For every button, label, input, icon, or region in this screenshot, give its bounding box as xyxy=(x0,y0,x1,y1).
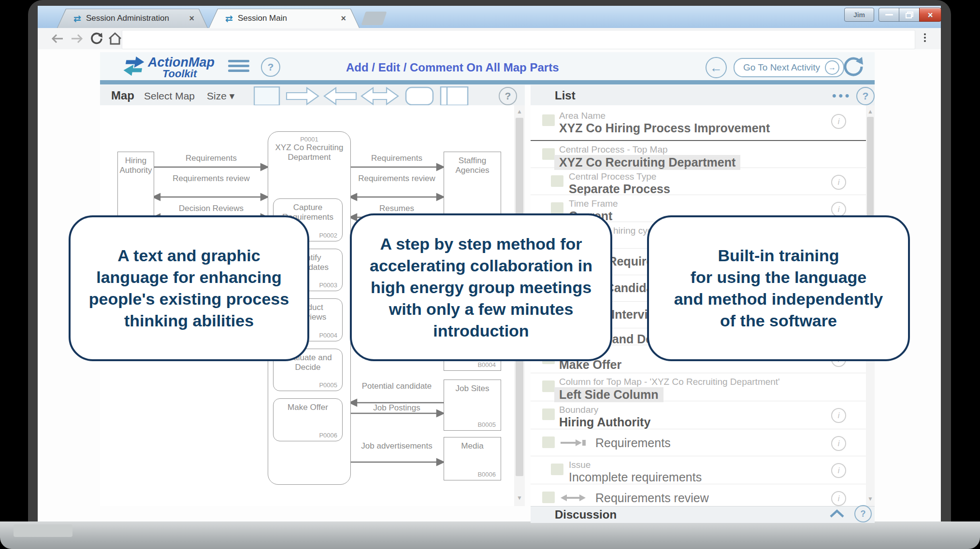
actionmap-tab-icon: ⇄ xyxy=(73,13,81,24)
box-make-offer[interactable]: Make Offer P0006 xyxy=(273,398,343,441)
back-activity-icon[interactable]: ← xyxy=(706,57,727,78)
list-item[interactable]: Central Process Type Separate Process i xyxy=(531,168,866,195)
tab-session-administration[interactable]: ⇄ Session Administration × xyxy=(57,9,208,28)
arrow-label: Job advertisements xyxy=(358,441,435,451)
row-checkbox[interactable] xyxy=(551,202,563,214)
shape-toolbar xyxy=(254,86,481,108)
arrow-double-icon xyxy=(561,494,586,502)
list-item[interactable]: Area Name XYZ Co Hiring Process Improvem… xyxy=(531,107,866,140)
actionmap-tab-icon: ⇄ xyxy=(225,13,233,24)
arrow-label: Potential candidate xyxy=(358,381,435,391)
tab-close-icon[interactable]: × xyxy=(341,14,346,24)
box-job-sites[interactable]: Job Sites B0005 xyxy=(444,380,501,431)
info-icon[interactable]: i xyxy=(831,436,846,451)
discussion-title: Discussion xyxy=(555,508,617,521)
list-item[interactable]: Issue Incomplete requirements i xyxy=(531,456,866,484)
row-checkbox[interactable] xyxy=(542,380,555,392)
app-refresh-icon[interactable] xyxy=(842,55,865,80)
scroll-down-icon[interactable]: ▼ xyxy=(866,495,875,502)
select-map-button[interactable]: Select Map xyxy=(144,90,195,102)
tab-title: Session Administration xyxy=(86,14,185,23)
callout-method: A step by step method for accelerating c… xyxy=(350,213,612,361)
list-help-icon[interactable]: ? xyxy=(856,87,875,105)
new-tab-button[interactable] xyxy=(361,12,387,25)
forward-icon[interactable] xyxy=(69,30,86,47)
chevron-up-icon[interactable] xyxy=(829,509,845,520)
info-icon[interactable]: i xyxy=(831,114,846,129)
scroll-up-icon[interactable]: ▲ xyxy=(514,108,525,115)
info-icon[interactable]: i xyxy=(831,491,846,506)
shape-arrow-left-icon[interactable] xyxy=(324,88,356,104)
callout-language: A text and graphic language for enhancin… xyxy=(69,215,309,361)
page-title: Add / Edit / Comment On All Map Parts xyxy=(346,61,559,74)
box-media[interactable]: Media B0006 xyxy=(444,437,501,480)
arrow-right-bar-icon xyxy=(561,439,586,447)
row-checkbox[interactable] xyxy=(542,492,555,503)
home-icon[interactable] xyxy=(106,30,124,47)
arrow-label: Requirements review xyxy=(173,174,250,183)
tab-title: Session Main xyxy=(238,14,336,23)
list-item[interactable]: Central Process - Top Map XYZ Co Recruit… xyxy=(531,140,866,169)
list-menu-ellipsis-icon[interactable]: ••• xyxy=(832,89,851,102)
callout-training: Built-in training for using the language… xyxy=(647,215,910,361)
actionmap-logo-icon xyxy=(122,56,146,78)
minimize-button[interactable] xyxy=(879,8,900,22)
row-checkbox[interactable] xyxy=(542,114,555,126)
shape-arrow-right-icon[interactable] xyxy=(287,88,318,104)
next-arrow-icon: → xyxy=(825,60,839,75)
arrow-label: Requirements xyxy=(173,154,250,163)
user-button[interactable]: Jim xyxy=(844,8,874,22)
scroll-down-icon[interactable]: ▼ xyxy=(514,494,525,501)
list-panel-title: List xyxy=(555,89,576,102)
close-button[interactable]: ✕ xyxy=(919,8,941,22)
go-to-next-activity-button[interactable]: Go To Next Activity → xyxy=(734,58,844,77)
arrow-label: Resumes xyxy=(358,204,435,213)
refresh-icon[interactable] xyxy=(88,30,105,47)
list-panel-header xyxy=(531,85,875,106)
shape-rounded-rect-icon[interactable] xyxy=(406,87,433,105)
shape-arrow-double-icon[interactable] xyxy=(361,88,398,104)
info-icon[interactable]: i xyxy=(831,175,846,190)
shape-rectangle-icon[interactable] xyxy=(254,87,279,105)
tab-session-main[interactable]: ⇄ Session Main × xyxy=(209,9,360,28)
restore-button[interactable] xyxy=(899,8,920,22)
row-checkbox[interactable] xyxy=(542,408,555,420)
row-checkbox[interactable] xyxy=(551,175,563,187)
row-checkbox[interactable] xyxy=(551,464,563,475)
arrow-label: Decision Reviews xyxy=(173,204,250,213)
info-icon[interactable]: i xyxy=(831,463,846,478)
map-help-icon[interactable]: ? xyxy=(499,87,517,105)
size-dropdown[interactable]: Size ▾ xyxy=(207,90,234,102)
logo-subtext: Toolkit xyxy=(162,68,197,80)
address-bar[interactable] xyxy=(122,30,915,49)
next-activity-label: Go To Next Activity xyxy=(743,62,820,73)
arrow-label: Requirements xyxy=(358,154,435,163)
row-checkbox[interactable] xyxy=(542,436,555,448)
info-icon[interactable]: i xyxy=(831,408,846,423)
header-help-icon[interactable]: ? xyxy=(261,57,280,77)
map-panel-title: Map xyxy=(111,89,134,102)
shape-column-rect-icon[interactable] xyxy=(441,87,468,105)
scroll-up-icon[interactable]: ▲ xyxy=(866,108,875,115)
list-item[interactable]: Boundary Hiring Authority i xyxy=(531,401,866,429)
list-item[interactable]: Column for Top Map - 'XYZ Co Recruiting … xyxy=(531,373,866,401)
browser-menu-kebab-icon[interactable] xyxy=(924,32,926,43)
list-item[interactable]: Requirements i xyxy=(531,429,866,456)
row-checkbox[interactable] xyxy=(542,148,555,160)
laptop-base xyxy=(0,521,980,549)
header-divider-bar xyxy=(100,80,875,84)
discussion-help-icon[interactable]: ? xyxy=(854,505,872,522)
info-icon[interactable]: i xyxy=(831,202,846,217)
tab-close-icon[interactable]: × xyxy=(189,14,194,24)
back-icon[interactable] xyxy=(48,30,66,47)
arrow-label: Requirements review xyxy=(358,174,435,183)
laptop-base-notch xyxy=(14,524,72,537)
arrow-label: Job Postings xyxy=(358,403,435,413)
list-item[interactable]: Requirements review i xyxy=(531,484,866,506)
